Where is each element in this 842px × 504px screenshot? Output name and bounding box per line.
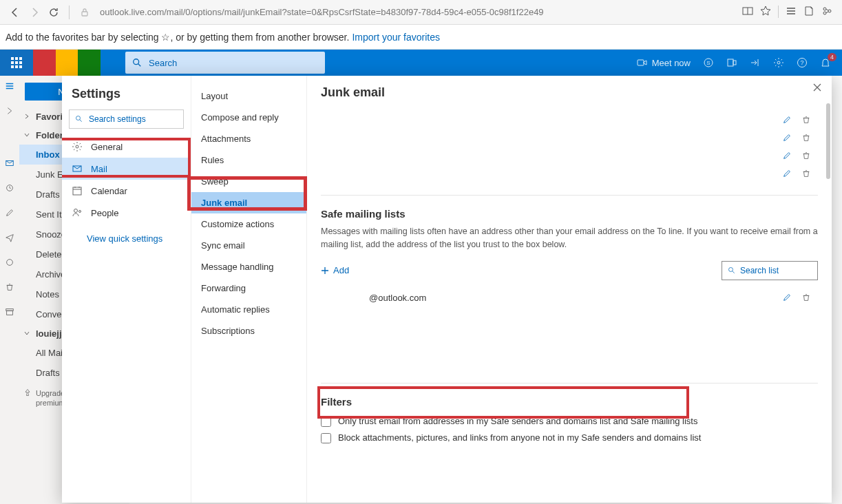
- send-icon[interactable]: [5, 233, 14, 245]
- svg-point-6: [134, 59, 139, 65]
- gear-icon: [72, 141, 83, 152]
- close-button[interactable]: [812, 83, 822, 95]
- share-icon[interactable]: [821, 6, 832, 19]
- settings-cat-general[interactable]: General: [62, 136, 191, 158]
- inbox-rail-icon[interactable]: [5, 158, 14, 171]
- edit-icon[interactable]: [782, 293, 792, 302]
- sub-forwarding[interactable]: Forwarding: [191, 277, 306, 299]
- filters-title: Filters: [321, 396, 818, 408]
- clock2-icon[interactable]: [5, 258, 14, 270]
- scrollbar-thumb[interactable]: [826, 103, 830, 179]
- edit-icon[interactable]: [782, 151, 792, 160]
- delete-icon[interactable]: [801, 293, 811, 302]
- forward-button[interactable]: [25, 3, 44, 22]
- filter-only-trust[interactable]: Only trust email from addresses in my Sa…: [321, 413, 818, 430]
- filter-block-attachments[interactable]: Block attachments, pictures, and links f…: [321, 430, 818, 446]
- import-favorites-link[interactable]: Import your favorites: [352, 32, 440, 43]
- search-input[interactable]: Search: [125, 52, 325, 74]
- lock-icon: [75, 3, 94, 22]
- svg-point-30: [79, 211, 81, 213]
- pencil-icon[interactable]: [5, 208, 14, 220]
- people-icon: [72, 207, 83, 218]
- plus-icon: [321, 266, 329, 275]
- svg-point-31: [729, 267, 733, 271]
- reading-view-icon[interactable]: [742, 6, 753, 19]
- sub-attachments[interactable]: Attachments: [191, 128, 306, 149]
- safe-lists-title: Safe mailing lists: [321, 208, 818, 220]
- safe-list-entry: @outlook.com: [321, 288, 818, 307]
- refresh-button[interactable]: [44, 3, 63, 22]
- edit-icon[interactable]: [782, 115, 792, 125]
- settings-cat-mail[interactable]: Mail: [62, 158, 191, 180]
- svg-rect-12: [733, 61, 736, 65]
- sub-junk-email[interactable]: Junk email: [191, 192, 306, 213]
- meet-now-button[interactable]: Meet now: [637, 57, 691, 68]
- sub-auto-replies[interactable]: Automatic replies: [191, 299, 306, 320]
- sub-message-handling[interactable]: Message handling: [191, 256, 306, 277]
- sub-layout[interactable]: Layout: [191, 85, 306, 107]
- notes-icon[interactable]: [803, 6, 814, 19]
- trash-icon[interactable]: [5, 282, 14, 295]
- blocked-row: [321, 129, 818, 147]
- archive-icon[interactable]: [5, 307, 14, 319]
- search-icon: [728, 266, 736, 275]
- teams-icon[interactable]: [726, 57, 737, 68]
- blocked-row: [321, 111, 818, 129]
- sub-compose[interactable]: Compose and reply: [191, 107, 306, 128]
- svg-point-13: [777, 61, 780, 64]
- sub-subscriptions[interactable]: Subscriptions: [191, 320, 306, 342]
- app-launcher-button[interactable]: [0, 50, 33, 76]
- settings-search-input[interactable]: Search settings: [69, 109, 184, 129]
- settings-cat-calendar[interactable]: Calendar: [62, 180, 191, 202]
- left-icon-rail: [0, 76, 19, 504]
- svg-rect-8: [638, 60, 644, 65]
- browser-toolbar: outlook.live.com/mail/0/options/mail/jun…: [0, 0, 842, 25]
- settings-title: Settings: [62, 84, 191, 109]
- outlook-header: Search Meet now S ? 4: [0, 50, 842, 76]
- svg-rect-0: [82, 12, 87, 16]
- settings-panel: Settings Search settings General Mail Ca…: [62, 76, 832, 503]
- svg-line-22: [80, 120, 82, 122]
- svg-point-18: [7, 260, 13, 266]
- delete-icon[interactable]: [801, 133, 811, 143]
- calendar-icon: [72, 185, 83, 196]
- svg-line-7: [138, 64, 141, 67]
- svg-text:?: ?: [800, 59, 803, 66]
- add-safe-list-button[interactable]: Add: [321, 265, 349, 275]
- outbox-icon[interactable]: [750, 57, 761, 68]
- sub-rules[interactable]: Rules: [191, 149, 306, 171]
- sub-customize[interactable]: Customize actions: [191, 213, 306, 235]
- svg-point-4: [823, 12, 826, 14]
- search-list-input[interactable]: Search list: [722, 261, 818, 280]
- delete-icon[interactable]: [801, 169, 811, 178]
- safe-lists-desc: Messages with mailing lists often have a…: [321, 225, 818, 251]
- back-button[interactable]: [6, 3, 25, 22]
- hub-icon[interactable]: [786, 6, 797, 19]
- chevron-right-icon[interactable]: [5, 106, 14, 118]
- blocked-row: [321, 165, 818, 182]
- edit-icon[interactable]: [782, 133, 792, 143]
- skype-icon[interactable]: S: [703, 57, 714, 68]
- settings-gear-icon[interactable]: [773, 57, 784, 68]
- address-bar[interactable]: outlook.live.com/mail/0/options/mail/jun…: [94, 7, 742, 17]
- view-quick-settings-link[interactable]: View quick settings: [62, 224, 191, 244]
- svg-rect-20: [7, 311, 13, 315]
- clock-icon[interactable]: [5, 183, 14, 196]
- sub-sweep[interactable]: Sweep: [191, 171, 306, 192]
- svg-text:S: S: [706, 60, 710, 66]
- sub-sync[interactable]: Sync email: [191, 235, 306, 256]
- delete-icon[interactable]: [801, 115, 811, 125]
- delete-icon[interactable]: [801, 151, 811, 160]
- edit-icon[interactable]: [782, 169, 792, 178]
- svg-point-23: [76, 145, 78, 148]
- menu-toggle-icon[interactable]: [5, 81, 14, 94]
- notifications-icon[interactable]: 4: [820, 57, 831, 68]
- blocked-row: [321, 147, 818, 165]
- filter-block-attachments-checkbox[interactable]: [321, 433, 331, 443]
- help-icon[interactable]: ?: [797, 57, 808, 68]
- filter-only-trust-checkbox[interactable]: [321, 417, 331, 427]
- svg-point-5: [828, 10, 831, 12]
- favorite-star-icon[interactable]: [760, 6, 771, 19]
- notification-badge: 4: [828, 53, 836, 61]
- settings-cat-people[interactable]: People: [62, 202, 191, 224]
